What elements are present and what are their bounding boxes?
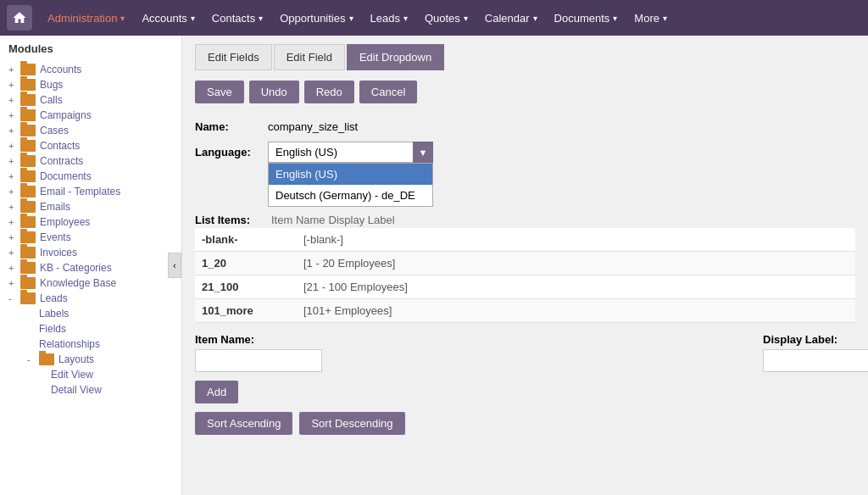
sidebar-item-campaigns[interactable]: + Campaigns [0, 108, 181, 123]
sort-ascending-button[interactable]: Sort Ascending [195, 412, 292, 435]
language-option-deutsch[interactable]: Deutsch (Germany) - de_DE [269, 185, 432, 206]
redo-button[interactable]: Redo [304, 81, 354, 103]
name-row: Name: company_size_list [195, 120, 855, 133]
calendar-arrow-icon: ▾ [533, 14, 537, 23]
folder-icon [20, 109, 36, 121]
toolbar: Save Undo Redo Cancel [195, 81, 855, 103]
nav-quotes[interactable]: Quotes ▾ [416, 0, 476, 36]
sidebar-item-email-templates[interactable]: + Email - Templates [0, 184, 181, 199]
item-display-cell: [101+ Employees] [303, 304, 392, 317]
home-button[interactable] [7, 5, 32, 31]
sidebar-item-label: Accounts [40, 64, 81, 75]
sidebar-item-labels[interactable]: Labels [0, 306, 181, 321]
sidebar-item-invoices[interactable]: + Invoices [0, 245, 181, 260]
sidebar-item-documents[interactable]: + Documents [0, 169, 181, 184]
nav-administration[interactable]: Administration ▾ [39, 0, 133, 36]
sidebar-item-detail-view[interactable]: Detail View [0, 382, 181, 398]
nav-documents[interactable]: Documents ▾ [546, 0, 626, 36]
display-label-input[interactable] [763, 349, 868, 372]
sidebar-item-label: Contacts [40, 140, 80, 152]
expand-icon: - [8, 293, 20, 303]
sidebar-item-label: KB - Categories [40, 262, 112, 274]
sidebar-item-kb-categories[interactable]: + KB - Categories [0, 260, 181, 275]
sidebar-item-label: Campaigns [40, 109, 92, 121]
sidebar-item-accounts[interactable]: + Accounts [0, 62, 181, 77]
sidebar-item-fields[interactable]: Fields [0, 321, 181, 336]
sidebar-item-label: Knowledge Base [40, 277, 116, 289]
sidebar-item-label: Bugs [40, 79, 63, 91]
sidebar-item-knowledge-base[interactable]: + Knowledge Base [0, 275, 181, 291]
sidebar-item-calls[interactable]: + Calls [0, 92, 181, 108]
action-buttons: Add [195, 381, 855, 403]
leads-arrow-icon: ▾ [403, 14, 408, 23]
expand-icon: + [8, 171, 20, 181]
expand-icon: + [8, 110, 20, 120]
nav-calendar[interactable]: Calendar ▾ [476, 0, 546, 36]
sidebar-item-employees[interactable]: + Employees [0, 214, 181, 230]
folder-icon [20, 170, 36, 182]
sidebar-item-edit-view[interactable]: Edit View [0, 367, 181, 382]
sidebar-item-relationships[interactable]: Relationships [0, 336, 181, 352]
folder-icon [20, 79, 36, 91]
sidebar-item-label: Email - Templates [40, 186, 120, 197]
language-dropdown-popup: English (US) Deutsch (Germany) - de_DE [268, 163, 433, 207]
nav-more[interactable]: More ▾ [626, 0, 676, 36]
expand-icon: + [8, 202, 20, 212]
sidebar-item-label: Documents [40, 170, 92, 182]
list-item-row: 1_20 [1 - 20 Employees] [195, 252, 855, 275]
sidebar-item-events[interactable]: + Events [0, 230, 181, 245]
expand-icon: + [8, 64, 20, 75]
modules-header: Modules [0, 36, 181, 62]
cancel-button[interactable]: Cancel [359, 81, 417, 103]
nav-accounts[interactable]: Accounts ▾ [133, 0, 203, 36]
sidebar-item-emails[interactable]: + Emails [0, 199, 181, 214]
sidebar-item-cases[interactable]: + Cases [0, 123, 181, 138]
sidebar: ‹ Modules + Accounts + Bugs + Calls + Ca… [0, 36, 182, 495]
folder-icon [20, 216, 36, 228]
nav-opportunities[interactable]: Opportunities ▾ [271, 0, 361, 36]
sidebar-collapse-button[interactable]: ‹ [168, 253, 181, 278]
expand-icon: + [8, 156, 20, 166]
sidebar-item-contacts[interactable]: + Contacts [0, 138, 181, 153]
nav-contacts[interactable]: Contacts ▾ [203, 0, 271, 36]
sidebar-item-layouts[interactable]: - Layouts [0, 352, 181, 367]
list-item-row: -blank- [-blank-] [195, 228, 855, 252]
language-dropdown[interactable]: English (US) ▼ English (US) Deutsch (Ger… [268, 142, 433, 163]
sidebar-item-leads[interactable]: - Leads [0, 291, 181, 306]
display-label-column-header: Display Label [329, 214, 395, 226]
contacts-arrow-icon: ▾ [259, 14, 263, 23]
folder-icon [20, 186, 36, 197]
undo-button[interactable]: Undo [249, 81, 299, 103]
tab-edit-fields[interactable]: Edit Fields [195, 44, 272, 70]
add-button[interactable]: Add [195, 381, 238, 403]
item-name-bottom-label: Item Name: [195, 333, 322, 346]
expand-icon: + [8, 232, 20, 242]
sort-descending-button[interactable]: Sort Descending [299, 412, 404, 435]
sidebar-item-label: Events [40, 231, 71, 243]
language-option-english[interactable]: English (US) [269, 164, 432, 185]
documents-arrow-icon: ▾ [613, 14, 617, 23]
item-display-cell: [-blank-] [303, 233, 343, 246]
nav-leads[interactable]: Leads ▾ [362, 0, 416, 36]
item-name-group: Item Name: [195, 333, 322, 372]
folder-icon [20, 94, 36, 106]
save-button[interactable]: Save [195, 81, 244, 103]
expand-icon: + [8, 125, 20, 136]
expand-icon: + [8, 248, 20, 258]
more-arrow-icon: ▾ [663, 14, 667, 23]
folder-icon [20, 64, 36, 75]
sidebar-item-label: Edit View [51, 369, 93, 381]
tab-edit-field[interactable]: Edit Field [274, 44, 345, 70]
item-name-input[interactable] [195, 349, 322, 372]
dropdown-arrow-icon: ▼ [413, 142, 433, 163]
tab-edit-dropdown[interactable]: Edit Dropdown [347, 44, 444, 70]
sidebar-item-contracts[interactable]: + Contracts [0, 153, 181, 169]
content-area: Edit Fields Edit Field Edit Dropdown Sav… [182, 36, 868, 495]
list-item-row: 21_100 [21 - 100 Employees] [195, 275, 855, 299]
sort-buttons: Sort Ascending Sort Descending [195, 412, 855, 435]
item-display-cell: [1 - 20 Employees] [303, 257, 395, 270]
sidebar-item-label: Invoices [40, 247, 77, 259]
sidebar-item-bugs[interactable]: + Bugs [0, 77, 181, 92]
list-items-section: List Items: Item Name Display Label -bla… [195, 214, 855, 323]
display-label-group: Display Label: [763, 333, 868, 372]
